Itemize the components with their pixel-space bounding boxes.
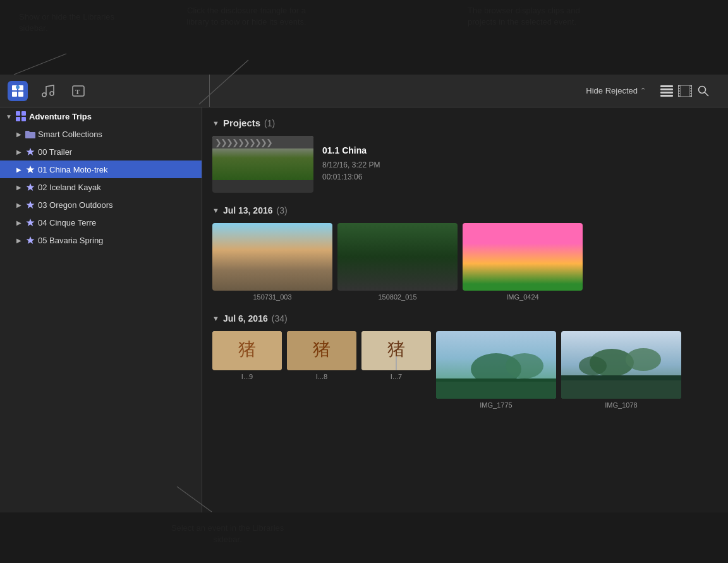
china-triangle[interactable] (15, 166, 23, 173)
chevron-symbol: ❯❯❯❯❯❯❯❯❯❯ (215, 138, 272, 147)
music-button[interactable] (38, 81, 58, 101)
project-info: 01.1 China 8/12/16, 3:22 PM 00:01:13:06 (322, 145, 380, 183)
svg-rect-21 (690, 89, 691, 90)
projects-count: (1) (264, 118, 275, 128)
clip-item-i7[interactable]: 猪 I...7 (361, 331, 431, 409)
clip-item-i9[interactable]: 猪 I...9 (212, 331, 282, 409)
clip-item-img1775[interactable]: IMG_1775 (436, 331, 556, 409)
clip-item-img1078[interactable]: IMG_1078 (561, 331, 681, 409)
clip-item-150731[interactable]: 150731_003 (212, 223, 332, 301)
sidebar-item-04-cinque[interactable]: 04 Cinque Terre (0, 214, 202, 231)
library-header[interactable]: Adventure Trips (0, 107, 202, 125)
clip-label-150802: 150802_015 (378, 293, 416, 301)
oregon-triangle[interactable] (15, 201, 23, 209)
clip-label-150731: 150731_003 (253, 293, 291, 301)
jul13-title: Jul 13, 2016 (223, 205, 273, 215)
sidebar-item-02-iceland[interactable]: 02 Iceland Kayak (0, 178, 202, 196)
clip-thumb-img1078 (561, 331, 681, 399)
libraries-button[interactable] (8, 81, 28, 101)
hide-rejected-label: Hide Rejected (586, 86, 638, 95)
svg-rect-22 (690, 92, 691, 93)
jul6-section: ▼ Jul 6, 2016 (34) 猪 I...9 (212, 313, 718, 409)
china-label: 01 China Moto-trek (38, 165, 108, 174)
svg-text:猪: 猪 (313, 339, 331, 359)
library-grid-icon (16, 111, 26, 121)
projects-section: ▼ Projects (1) ❯❯❯❯❯❯❯❯❯❯ 01.1 China 8/1… (212, 118, 718, 193)
toolbar-left: T (8, 75, 210, 107)
cinque-triangle[interactable] (15, 219, 23, 226)
projects-triangle[interactable]: ▼ (212, 119, 219, 127)
clip-label-i8: I...8 (316, 373, 327, 380)
jul6-clips: 猪 I...9 猪 I...8 (212, 331, 718, 409)
project-name: 01.1 China (322, 145, 380, 155)
svg-rect-3 (18, 92, 23, 97)
svg-marker-32 (27, 183, 35, 191)
clip-thumb-img0424 (463, 223, 583, 291)
svg-text:T: T (75, 88, 80, 95)
toolbar-right: Hide Rejected ⌃ (210, 84, 720, 98)
svg-rect-23 (690, 94, 691, 95)
svg-rect-9 (660, 85, 673, 87)
main-content: Adventure Trips Smart Collections (0, 107, 728, 512)
titles-button[interactable]: T (68, 81, 88, 101)
svg-rect-12 (660, 95, 673, 97)
bavaria-label: 05 Bavaria Spring (38, 236, 103, 245)
jul6-title: Jul 6, 2016 (223, 313, 268, 324)
jul13-header: ▼ Jul 13, 2016 (3) (212, 205, 718, 215)
clip-item-img0424[interactable]: IMG_0424 (463, 223, 583, 301)
svg-rect-19 (679, 94, 680, 95)
sidebar: Adventure Trips Smart Collections (0, 107, 202, 512)
clip-thumb-i7: 猪 (361, 331, 431, 370)
svg-line-54 (14, 54, 66, 75)
svg-point-4 (16, 85, 20, 89)
svg-point-51 (579, 356, 607, 375)
library-name: Adventure Trips (29, 112, 92, 121)
sidebar-item-smart-collections[interactable]: Smart Collections (0, 125, 202, 143)
sidebar-item-00-trailer[interactable]: 00 Trailer (0, 143, 202, 160)
svg-rect-10 (660, 88, 673, 90)
list-view-button[interactable] (658, 84, 675, 98)
svg-rect-26 (16, 111, 20, 116)
jul13-triangle[interactable]: ▼ (212, 207, 219, 214)
svg-marker-33 (27, 201, 35, 209)
clip-label-img1775: IMG_1775 (480, 401, 512, 409)
sort-chevron-icon: ⌃ (640, 87, 646, 95)
jul13-section: ▼ Jul 13, 2016 (3) 150731_003 150802_015 (212, 205, 718, 301)
clip-label-img1078: IMG_1078 (605, 401, 637, 409)
search-button[interactable] (695, 84, 712, 98)
smart-collections-triangle[interactable] (15, 130, 23, 138)
jul6-triangle[interactable]: ▼ (212, 315, 219, 322)
svg-rect-20 (690, 87, 691, 88)
jul6-count: (34) (272, 313, 288, 324)
project-item[interactable]: ❯❯❯❯❯❯❯❯❯❯ 01.1 China 8/12/16, 3:22 PM 0… (212, 136, 718, 193)
svg-point-24 (699, 86, 706, 93)
trailer-triangle[interactable] (15, 148, 23, 155)
svg-point-45 (506, 353, 543, 378)
iceland-triangle[interactable] (15, 183, 23, 191)
clip-thumb-i9: 猪 (212, 331, 282, 370)
svg-rect-11 (660, 92, 673, 94)
svg-point-50 (626, 348, 661, 371)
clip-thumb-150731 (212, 223, 332, 291)
project-thumbnail: ❯❯❯❯❯❯❯❯❯❯ (212, 136, 313, 193)
hide-rejected-button[interactable]: Hide Rejected ⌃ (582, 84, 650, 97)
sidebar-item-03-oregon[interactable]: 03 Oregon Outdoors (0, 196, 202, 214)
sidebar-item-05-bavaria[interactable]: 05 Bavaria Spring (0, 231, 202, 249)
clip-label-i7: I...7 (391, 373, 402, 380)
clip-thumb-150802 (337, 223, 458, 291)
filmstrip-view-button[interactable] (677, 84, 693, 98)
projects-header: ▼ Projects (1) (212, 118, 718, 128)
project-chevrons: ❯❯❯❯❯❯❯❯❯❯ (212, 136, 313, 148)
jul6-header: ▼ Jul 6, 2016 (34) (212, 313, 718, 324)
bavaria-triangle[interactable] (15, 236, 23, 244)
library-disclosure-triangle[interactable] (5, 112, 13, 120)
clip-item-i8[interactable]: 猪 I...8 (287, 331, 356, 409)
view-toggle (658, 84, 712, 98)
jul13-count: (3) (277, 205, 288, 215)
svg-point-6 (50, 92, 54, 95)
svg-marker-35 (27, 236, 35, 244)
clip-item-150802[interactable]: 150802_015 (337, 223, 458, 301)
sidebar-item-01-china[interactable]: 01 China Moto-trek (0, 160, 202, 178)
svg-rect-18 (679, 92, 680, 93)
project-date: 8/12/16, 3:22 PM (322, 159, 380, 171)
